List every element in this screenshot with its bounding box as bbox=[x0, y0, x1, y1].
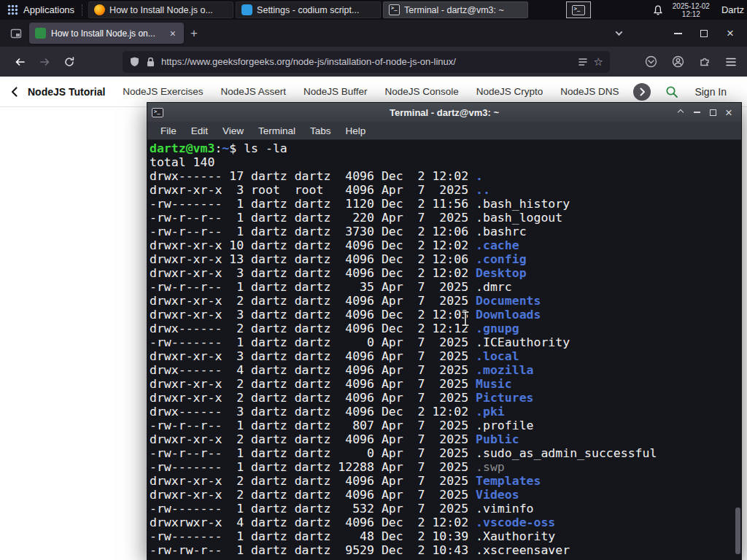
terminal-line: -rw-r--r-- 1 dartz dartz 807 Apr 7 2025 … bbox=[150, 419, 740, 432]
menu-view[interactable]: View bbox=[215, 122, 251, 139]
terminal-icon bbox=[152, 108, 163, 117]
applications-grid-icon bbox=[7, 4, 18, 15]
site-nav-item-assert[interactable]: NodeJS Assert bbox=[221, 86, 286, 97]
terminal-line: drwxr-xr-x 10 dartz dartz 4096 Dec 2 12:… bbox=[150, 238, 740, 252]
terminal-line: drwxr-xr-x 2 dartz dartz 4096 Apr 7 2025… bbox=[150, 488, 740, 502]
terminal-window-buttons: × bbox=[673, 105, 737, 120]
menu-help[interactable]: Help bbox=[338, 122, 374, 139]
applications-menu-button[interactable]: Applications bbox=[0, 0, 82, 20]
task-title: Settings - codium script... bbox=[257, 5, 359, 15]
taskbar-button-terminal[interactable]: Terminal - dartz@vm3: ~ bbox=[383, 1, 528, 18]
tab-close-icon[interactable]: × bbox=[168, 28, 178, 39]
terminal-scrollbar[interactable] bbox=[735, 140, 741, 559]
account-icon[interactable] bbox=[672, 55, 684, 68]
forward-icon[interactable] bbox=[32, 51, 57, 73]
terminal-line: drwxr-xr-x 2 dartz dartz 4096 Apr 7 2025… bbox=[150, 391, 740, 405]
terminal-line: -rw-r--r-- 1 dartz dartz 35 Apr 7 2025 .… bbox=[150, 280, 740, 294]
scrollbar-thumb[interactable] bbox=[735, 508, 740, 554]
url-bar[interactable]: https://www.geeksforgeeks.org/node-js/in… bbox=[123, 51, 610, 73]
notification-bell-icon[interactable] bbox=[652, 4, 664, 16]
sign-in-button[interactable]: Sign In bbox=[694, 86, 727, 98]
menu-terminal[interactable]: Terminal bbox=[251, 122, 303, 139]
browser-tab[interactable]: How to Install Node.js on... × bbox=[29, 23, 184, 44]
site-nav-item-tutorial[interactable]: NodeJS Tutorial bbox=[28, 86, 105, 98]
terminal-line: drwxr-xr-x 3 dartz dartz 4096 Apr 7 2025… bbox=[150, 349, 740, 363]
terminal-line: -rw------- 1 dartz dartz 1120 Dec 2 11:5… bbox=[150, 197, 740, 211]
nav-scroll-right-icon[interactable] bbox=[633, 83, 651, 101]
tab-bar: How to Install Node.js on... × + × bbox=[0, 20, 747, 47]
new-tab-button[interactable]: + bbox=[184, 25, 204, 42]
terminal-line: drwxr-xr-x 13 dartz dartz 4096 Dec 2 12:… bbox=[150, 252, 740, 266]
applications-label: Applications bbox=[23, 4, 74, 15]
tab-title: How to Install Node.js on... bbox=[51, 28, 163, 39]
reload-icon[interactable] bbox=[57, 51, 82, 73]
panel-clock[interactable]: 2025-12-02 12:12 bbox=[673, 2, 710, 18]
terminal-titlebar[interactable]: Terminal - dartz@vm3: ~ × bbox=[147, 103, 741, 122]
terminal-line: dartz@vm3:~$ ls -la bbox=[150, 141, 740, 155]
terminal-line: drwx------ 17 dartz dartz 4096 Dec 2 12:… bbox=[150, 169, 740, 183]
toolbar-icons bbox=[645, 55, 740, 68]
window-maximize-button[interactable] bbox=[693, 24, 715, 43]
taskbar-button-codium[interactable]: Settings - codium script... bbox=[236, 1, 381, 18]
taskbar-button-firefox[interactable]: How to Install Node.js o... bbox=[88, 1, 233, 18]
task-title: How to Install Node.js o... bbox=[109, 5, 213, 15]
terminal-line: -rw------- 1 dartz dartz 48 Dec 2 10:39 … bbox=[150, 529, 740, 543]
gfg-favicon bbox=[35, 28, 46, 39]
tray-terminal-icon[interactable] bbox=[566, 1, 591, 18]
terminal-line: -rw-r--r-- 1 dartz dartz 0 Apr 7 2025 .s… bbox=[150, 446, 740, 460]
reader-view-icon[interactable] bbox=[578, 57, 588, 67]
screen: Applications How to Install Node.js o...… bbox=[0, 0, 747, 560]
extensions-icon[interactable] bbox=[699, 56, 711, 68]
site-nav-item-dns[interactable]: NodeJS DNS bbox=[560, 86, 619, 97]
pocket-icon[interactable] bbox=[645, 55, 657, 68]
menu-hamburger-icon[interactable] bbox=[725, 57, 737, 67]
terminal-line: total 140 bbox=[150, 155, 740, 169]
terminal-line: drwxr-xr-x 2 dartz dartz 4096 Apr 7 2025… bbox=[150, 377, 740, 391]
list-all-tabs-icon[interactable] bbox=[614, 28, 624, 39]
terminal-window: Terminal - dartz@vm3: ~ × File Edit View… bbox=[147, 102, 742, 560]
window-minimize-button[interactable] bbox=[667, 24, 689, 43]
terminal-line: drwx------ 3 dartz dartz 4096 Dec 2 12:0… bbox=[150, 405, 740, 419]
terminal-line: -rw------- 1 dartz dartz 532 Apr 7 2025 … bbox=[150, 502, 740, 516]
terminal-line: drwxr-xr-x 2 dartz dartz 4096 Apr 7 2025… bbox=[150, 474, 740, 488]
site-nav: NodeJS Tutorial NodeJS Exercises NodeJS … bbox=[28, 86, 630, 98]
terminal-line: drwxr-xr-x 3 dartz dartz 4096 Dec 2 12:0… bbox=[150, 308, 740, 322]
lock-icon[interactable] bbox=[146, 57, 155, 67]
site-nav-item-console[interactable]: NodeJS Console bbox=[384, 86, 458, 97]
site-nav-item-exercises[interactable]: NodeJS Exercises bbox=[123, 86, 203, 97]
terminal-shade-button[interactable] bbox=[673, 105, 689, 120]
firefox-view-icon[interactable] bbox=[10, 28, 22, 39]
search-icon[interactable] bbox=[665, 85, 678, 98]
terminal-menubar: File Edit View Terminal Tabs Help bbox=[147, 122, 741, 140]
menu-tabs[interactable]: Tabs bbox=[303, 122, 338, 139]
terminal-body[interactable]: dartz@vm3:~$ ls -latotal 140drwx------ 1… bbox=[147, 140, 741, 559]
menu-file[interactable]: File bbox=[153, 122, 184, 139]
menu-edit[interactable]: Edit bbox=[184, 122, 215, 139]
panel-user-label: Dartz bbox=[721, 4, 744, 15]
codium-icon bbox=[241, 4, 252, 15]
nav-scroll-left-icon[interactable] bbox=[10, 86, 19, 98]
terminal-maximize-button[interactable] bbox=[705, 105, 721, 120]
task-title: Terminal - dartz@vm3: ~ bbox=[404, 5, 504, 15]
terminal-line: drwxr-xr-x 2 dartz dartz 4096 Apr 7 2025… bbox=[150, 294, 740, 308]
terminal-close-button[interactable]: × bbox=[721, 105, 737, 120]
site-nav-item-buffer[interactable]: NodeJS Buffer bbox=[303, 86, 368, 97]
window-close-button[interactable]: × bbox=[719, 24, 741, 43]
shield-icon[interactable] bbox=[129, 56, 140, 67]
terminal-minimize-button[interactable] bbox=[689, 105, 705, 120]
terminal-line: drwx------ 4 dartz dartz 4096 Apr 7 2025… bbox=[150, 363, 740, 377]
bookmark-star-icon[interactable]: ☆ bbox=[594, 55, 603, 69]
url-text[interactable]: https://www.geeksforgeeks.org/node-js/in… bbox=[161, 56, 572, 67]
clock-time: 12:12 bbox=[673, 10, 710, 18]
terminal-line: drwxrwxr-x 4 dartz dartz 4096 Dec 2 12:0… bbox=[150, 516, 740, 529]
terminal-icon bbox=[389, 4, 400, 15]
terminal-line: -rw------- 1 dartz dartz 0 Apr 7 2025 .I… bbox=[150, 335, 740, 349]
terminal-line: -rw-rw-r-- 1 dartz dartz 9529 Dec 2 10:4… bbox=[150, 543, 740, 557]
terminal-output: dartz@vm3:~$ ls -latotal 140drwx------ 1… bbox=[150, 141, 740, 557]
back-icon[interactable] bbox=[7, 51, 32, 73]
terminal-line: drwx------ 2 dartz dartz 4096 Dec 2 12:1… bbox=[150, 322, 740, 335]
terminal-title: Terminal - dartz@vm3: ~ bbox=[147, 107, 741, 118]
terminal-line: drwxr-xr-x 3 root root 4096 Apr 7 2025 .… bbox=[150, 183, 740, 197]
firefox-icon bbox=[94, 4, 105, 15]
site-nav-item-crypto[interactable]: NodeJS Crypto bbox=[476, 86, 543, 97]
